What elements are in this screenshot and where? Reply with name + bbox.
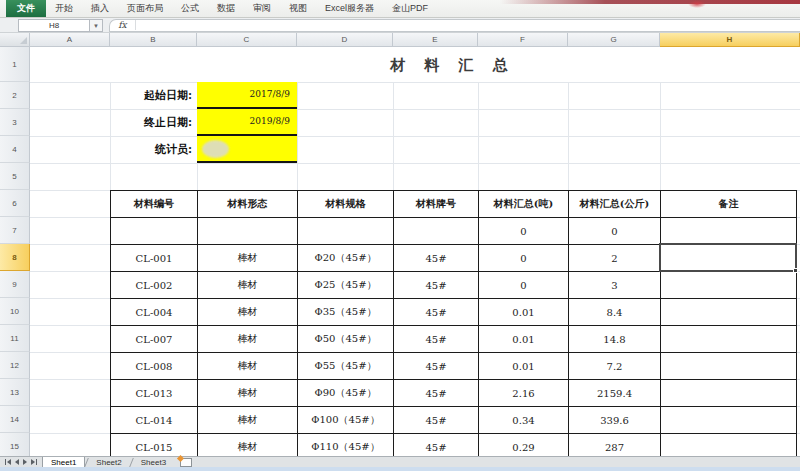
cell[interactable]: 45# — [394, 299, 479, 326]
sheet-tab-sheet2[interactable]: Sheet2 — [88, 457, 129, 468]
sheet-tab-sheet1[interactable]: Sheet1 — [42, 457, 85, 468]
col-header-total-kg[interactable]: 材料汇总(公斤) — [569, 191, 661, 218]
cell[interactable]: 339.6 — [569, 407, 661, 434]
row-header-4[interactable]: 4 — [0, 136, 30, 163]
cell[interactable]: 0.01 — [479, 326, 569, 353]
ribbon-tab-data[interactable]: 数据 — [208, 0, 244, 17]
cell[interactable]: 45# — [394, 272, 479, 299]
col-header-material-code[interactable]: 材料编号 — [111, 191, 198, 218]
cell[interactable] — [661, 272, 797, 299]
ribbon-tab-insert[interactable]: 插入 — [82, 0, 118, 17]
column-header-b[interactable]: B — [110, 33, 197, 47]
ribbon-tab-jinshan-pdf[interactable]: 金山PDF — [383, 0, 437, 17]
ribbon-tab-formulas[interactable]: 公式 — [172, 0, 208, 17]
col-header-material-spec[interactable]: 材料规格 — [298, 191, 394, 218]
row-header-13[interactable]: 13 — [0, 379, 30, 406]
cell[interactable]: 8.4 — [569, 299, 661, 326]
column-header-e[interactable]: E — [393, 33, 478, 47]
cell[interactable]: CL-007 — [111, 326, 198, 353]
cell[interactable]: 0 — [479, 272, 569, 299]
cell[interactable]: CL-004 — [111, 299, 198, 326]
ribbon-tab-excel-server[interactable]: Excel服务器 — [316, 0, 383, 17]
ribbon-tab-page-layout[interactable]: 页面布局 — [118, 0, 172, 17]
cell[interactable]: CL-013 — [111, 380, 198, 407]
ribbon-tab-review[interactable]: 审阅 — [244, 0, 280, 17]
prev-sheet-button[interactable] — [15, 459, 19, 465]
cell[interactable]: 287 — [569, 434, 661, 457]
cell[interactable]: Φ100（45#） — [298, 407, 394, 434]
sheet-grid[interactable]: 材 料 汇 总 起始日期: 2017/8/9 终止日期: 2019/8/9 统计… — [30, 47, 800, 456]
cell[interactable]: Φ20（45#） — [298, 245, 394, 272]
cell[interactable]: Φ110（45#） — [298, 434, 394, 457]
end-date-cell[interactable]: 2019/8/9 — [197, 109, 297, 136]
cell[interactable]: 2 — [569, 245, 661, 272]
row-header-11[interactable]: 11 — [0, 325, 30, 352]
row-header-7[interactable]: 7 — [0, 217, 30, 244]
row-header-3[interactable]: 3 — [0, 109, 30, 136]
cell[interactable] — [661, 326, 797, 353]
row-header-14[interactable]: 14 — [0, 406, 30, 433]
start-date-cell[interactable]: 2017/8/9 — [197, 82, 297, 109]
row-header-9[interactable]: 9 — [0, 271, 30, 298]
cell[interactable]: 7.2 — [569, 353, 661, 380]
cell[interactable] — [661, 218, 797, 245]
cell[interactable]: 棒材 — [198, 434, 298, 457]
cell[interactable]: Φ55（45#） — [298, 353, 394, 380]
cell[interactable]: 棒材 — [198, 326, 298, 353]
ribbon-tab-file[interactable]: 文件 — [6, 0, 46, 17]
cell[interactable]: CL-014 — [111, 407, 198, 434]
cell[interactable] — [394, 218, 479, 245]
column-header-d[interactable]: D — [297, 33, 393, 47]
cell[interactable]: 45# — [394, 407, 479, 434]
cell-h8-selected[interactable] — [661, 245, 797, 272]
col-header-material-grade[interactable]: 材料牌号 — [394, 191, 479, 218]
sheet-tab-sheet3[interactable]: Sheet3 — [133, 457, 174, 468]
cell[interactable]: 0.01 — [479, 353, 569, 380]
name-box[interactable]: H8 — [18, 19, 90, 32]
column-header-h-selected[interactable]: H — [660, 33, 800, 47]
cell[interactable] — [111, 218, 198, 245]
cell[interactable] — [661, 380, 797, 407]
cell[interactable] — [198, 218, 298, 245]
col-header-material-form[interactable]: 材料形态 — [198, 191, 298, 218]
row-header-15[interactable]: 15 — [0, 433, 30, 456]
column-header-f[interactable]: F — [478, 33, 568, 47]
row-header-1[interactable]: 1 — [0, 47, 30, 82]
cell[interactable]: 0 — [479, 245, 569, 272]
cell[interactable]: CL-001 — [111, 245, 198, 272]
row-header-5[interactable]: 5 — [0, 163, 30, 190]
cell[interactable]: 45# — [394, 380, 479, 407]
select-all-corner[interactable] — [0, 33, 30, 47]
cell[interactable]: Φ90（45#） — [298, 380, 394, 407]
cell[interactable]: 0.01 — [479, 299, 569, 326]
cell[interactable]: 0.34 — [479, 407, 569, 434]
cell[interactable]: Φ50（45#） — [298, 326, 394, 353]
cell[interactable]: 45# — [394, 326, 479, 353]
cell[interactable]: 0.29 — [479, 434, 569, 457]
cell[interactable] — [661, 407, 797, 434]
first-sheet-button[interactable] — [5, 459, 11, 465]
cell[interactable]: CL-015 — [111, 434, 198, 457]
cell[interactable]: 14.8 — [569, 326, 661, 353]
insert-function-icon[interactable]: fx — [110, 20, 136, 30]
cell[interactable] — [298, 218, 394, 245]
ribbon-tab-view[interactable]: 视图 — [280, 0, 316, 17]
cell[interactable]: 棒材 — [198, 353, 298, 380]
column-header-g[interactable]: G — [568, 33, 660, 47]
cell[interactable] — [661, 299, 797, 326]
name-box-dropdown-icon[interactable]: ▼ — [90, 19, 103, 32]
col-header-total-tons[interactable]: 材料汇总(吨) — [479, 191, 569, 218]
cell[interactable]: 45# — [394, 353, 479, 380]
cell[interactable]: 0 — [569, 218, 661, 245]
col-header-remark[interactable]: 备注 — [661, 191, 797, 218]
cell[interactable]: 3 — [569, 272, 661, 299]
last-sheet-button[interactable] — [31, 459, 37, 465]
cell[interactable] — [661, 434, 797, 457]
cell[interactable]: 45# — [394, 434, 479, 457]
cell[interactable]: 棒材 — [198, 272, 298, 299]
row-header-10[interactable]: 10 — [0, 298, 30, 325]
cell[interactable]: 棒材 — [198, 299, 298, 326]
next-sheet-button[interactable] — [23, 459, 27, 465]
cell[interactable]: 棒材 — [198, 380, 298, 407]
cell[interactable]: 2159.4 — [569, 380, 661, 407]
